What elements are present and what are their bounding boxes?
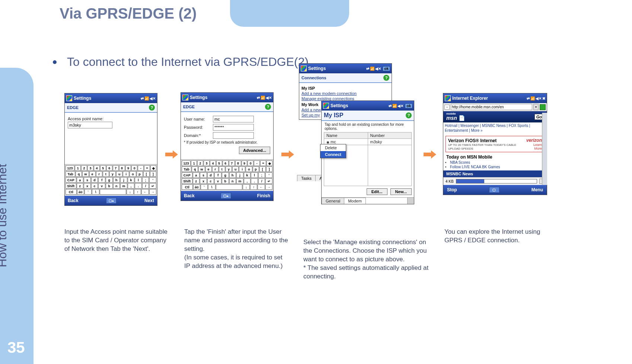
osk-key[interactable] <box>216 184 242 190</box>
osk-key[interactable]: f <box>214 172 221 178</box>
osk-key[interactable]: k <box>244 172 251 178</box>
help-icon[interactable]: ? <box>265 104 271 110</box>
learn-more-link[interactable]: Learn More <box>533 143 542 150</box>
osk-key[interactable]: w <box>82 171 89 177</box>
osk-key[interactable]: m <box>236 178 243 184</box>
osk-key[interactable]: b <box>106 183 113 189</box>
osk-key[interactable]: ] <box>266 166 272 172</box>
osk-key[interactable]: , <box>128 183 135 189</box>
osk-key[interactable]: g <box>222 172 229 178</box>
osk-key[interactable]: 7 <box>113 165 119 171</box>
next-button[interactable]: Next <box>144 198 154 203</box>
osk-key[interactable]: = <box>144 165 150 171</box>
osk-key[interactable]: 0 <box>248 160 253 166</box>
osk-key[interactable]: 4 <box>210 160 216 166</box>
osk-key[interactable]: s <box>84 177 91 183</box>
osk-key[interactable]: l <box>135 177 142 183</box>
osk-key[interactable]: z <box>77 183 84 189</box>
osk-key[interactable]: CAP <box>66 177 76 183</box>
osk-key[interactable]: w <box>198 166 205 172</box>
osk-key[interactable]: 8 <box>119 165 125 171</box>
osk-key[interactable]: y <box>109 171 116 177</box>
osk-key[interactable]: p <box>137 171 143 177</box>
osk-key[interactable]: a <box>193 172 200 178</box>
osk-key[interactable]: ↓ <box>243 184 250 190</box>
osk-key[interactable]: n <box>113 183 120 189</box>
osk-key[interactable]: → <box>265 184 272 190</box>
osk-key[interactable]: = <box>260 160 266 166</box>
help-icon[interactable]: ? <box>383 75 389 81</box>
menu-button[interactable]: Menu <box>532 187 543 192</box>
password-input[interactable] <box>213 124 254 131</box>
osk-key[interactable]: 4 <box>94 165 100 171</box>
osk-key[interactable]: g <box>106 177 113 183</box>
osk-key[interactable]: ↑ <box>134 189 141 195</box>
osk-key[interactable]: h <box>113 177 120 183</box>
osk-key[interactable]: / <box>142 183 149 189</box>
access-point-input[interactable] <box>68 122 112 128</box>
osk-key[interactable]: v <box>98 183 105 189</box>
osk-key[interactable]: Shift <box>66 183 76 189</box>
osk-key[interactable]: 6 <box>223 160 229 166</box>
add-modem-link[interactable]: Add a new modem connection <box>301 91 389 96</box>
osk-key[interactable]: [ <box>143 171 150 177</box>
osk-key[interactable]: ' <box>265 172 272 178</box>
keyboard-toggle-icon[interactable]: ▢▴ <box>221 193 231 199</box>
tab-tasks[interactable]: Tasks <box>297 175 316 181</box>
osk-key[interactable]: q <box>192 166 198 172</box>
url-dropdown-icon[interactable]: ▾ <box>533 104 539 110</box>
go-icon[interactable] <box>540 104 546 110</box>
osk-key[interactable]: r <box>212 166 218 172</box>
osk-key[interactable]: t <box>219 166 225 172</box>
osk-key[interactable]: p <box>253 166 259 172</box>
scrollbar[interactable] <box>542 113 547 185</box>
osk-key[interactable]: ← <box>258 184 265 190</box>
osk-key[interactable]: áü <box>77 189 84 195</box>
osk-key[interactable]: u <box>232 166 239 172</box>
osk-key[interactable]: ' <box>149 177 156 183</box>
osk-key[interactable]: y <box>226 166 232 172</box>
osk-key[interactable]: 3 <box>204 160 210 166</box>
osk-key[interactable]: ↵ <box>265 178 272 184</box>
stop-button[interactable]: Stop <box>447 187 457 192</box>
osk-key[interactable]: → <box>149 189 156 195</box>
osk-key[interactable]: ◆ <box>150 165 156 171</box>
osk-key[interactable]: e <box>205 166 212 172</box>
osk-key[interactable]: v <box>214 178 221 184</box>
list-item[interactable]: NBA Scores <box>450 160 544 165</box>
osk-key[interactable]: 1 <box>191 160 197 166</box>
osk-key[interactable]: d <box>91 177 98 183</box>
ok-button[interactable]: ok <box>383 66 390 71</box>
osk-key[interactable]: l <box>251 172 258 178</box>
osk-key[interactable]: k <box>128 177 135 183</box>
osk-key[interactable]: ` <box>201 184 208 190</box>
osk-key[interactable]: Tab <box>66 171 75 177</box>
osk-key[interactable]: 5 <box>216 160 222 166</box>
osk-key[interactable]: 1 <box>75 165 81 171</box>
osk-key[interactable]: s <box>200 172 207 178</box>
osk-key[interactable] <box>100 189 126 195</box>
username-input[interactable] <box>213 116 254 122</box>
osk-key[interactable]: 3 <box>87 165 93 171</box>
osk-key[interactable]: . <box>135 183 142 189</box>
keyboard-toggle-icon[interactable]: ▢▴ <box>106 198 116 204</box>
osk-key[interactable]: r <box>96 171 102 177</box>
osk-key[interactable]: \ <box>92 189 99 195</box>
osk-key[interactable]: h <box>229 172 236 178</box>
osk-key[interactable]: z <box>193 178 200 184</box>
osk-key[interactable]: 7 <box>229 160 235 166</box>
osk-key[interactable]: [ <box>259 166 266 172</box>
osk-key[interactable]: b <box>222 178 229 184</box>
url-input[interactable] <box>451 104 532 110</box>
osk-key[interactable]: x <box>200 178 207 184</box>
on-screen-keyboard[interactable]: 1231234567890-=◆Tabqwertyuiop[]CAPasdfgh… <box>65 164 157 196</box>
keyboard-toggle-icon[interactable] <box>407 198 414 204</box>
osk-key[interactable]: d <box>207 172 214 178</box>
new-button[interactable]: New... <box>390 188 412 195</box>
osk-key[interactable]: e <box>89 171 96 177</box>
osk-key[interactable]: j <box>236 172 243 178</box>
osk-key[interactable]: q <box>76 171 82 177</box>
tab-general[interactable]: General <box>322 198 344 204</box>
osk-key[interactable]: 9 <box>125 165 131 171</box>
osk-key[interactable]: c <box>207 178 214 184</box>
